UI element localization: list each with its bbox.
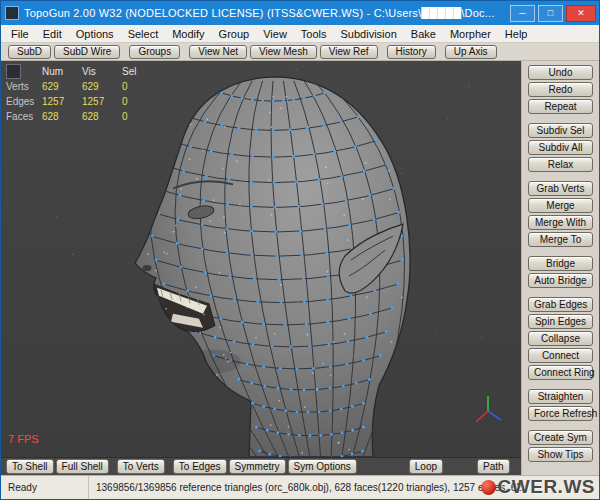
tool-group: Grab EdgesSpin EdgesCollapseConnectConne… (528, 297, 593, 382)
window-title: TopoGun 2.00 W32 (NODELOCKED LICENSE) (I… (24, 7, 507, 19)
toolbar-group: SubDSubD Wire (8, 45, 120, 59)
menu-subdivision[interactable]: Subdivision (334, 28, 404, 40)
bottom-button-sym-options[interactable]: Sym Options (288, 459, 357, 474)
tool-button-collapse[interactable]: Collapse (528, 331, 593, 346)
stat-vis-value: 1257 (82, 96, 122, 107)
tool-button-grab-verts[interactable]: Grab Verts (528, 181, 593, 196)
menu-help[interactable]: Help (498, 28, 535, 40)
viewport-3d[interactable]: NumVisSelVerts6296290Edges125712570Faces… (1, 61, 521, 457)
tool-button-merge-to[interactable]: Merge To (528, 232, 593, 247)
top-toolbar: SubDSubD WireGroupsView NetView MeshView… (1, 43, 599, 61)
menu-modify[interactable]: Modify (165, 28, 211, 40)
close-button[interactable]: ✕ (566, 5, 596, 22)
bottom-button-to-shell[interactable]: To Shell (6, 459, 54, 474)
tool-button-force-refresh[interactable]: Force Refresh (528, 406, 593, 421)
menu-tools[interactable]: Tools (294, 28, 334, 40)
tool-button-grab-edges[interactable]: Grab Edges (528, 297, 593, 312)
toolbar-button-history[interactable]: History (387, 45, 436, 59)
bottom-button-to-verts[interactable]: To Verts (117, 459, 165, 474)
viewport-column: NumVisSelVerts6296290Edges125712570Faces… (1, 61, 521, 475)
cwer-logo-icon (481, 480, 496, 495)
tool-button-connect[interactable]: Connect (528, 348, 593, 363)
tool-button-merge[interactable]: Merge (528, 198, 593, 213)
menu-bake[interactable]: Bake (404, 28, 443, 40)
stats-col-vis: Vis (82, 66, 122, 77)
tool-button-spin-edges[interactable]: Spin Edges (528, 314, 593, 329)
toolbar-button-up-axis[interactable]: Up Axis (445, 45, 497, 59)
toolbar-button-view-ref[interactable]: View Ref (320, 45, 378, 59)
tool-button-subdiv-sel[interactable]: Subdiv Sel (528, 123, 593, 138)
title-bar: TopoGun 2.00 W32 (NODELOCKED LICENSE) (I… (1, 1, 599, 25)
stat-label: Verts (6, 81, 42, 92)
minimize-button[interactable]: ─ (510, 5, 535, 22)
stat-sel-value: 0 (122, 96, 148, 107)
stats-row-faces: Faces6286280 (6, 109, 148, 124)
bottom-toolbar: To ShellFull ShellTo VertsTo EdgesSymmet… (1, 457, 521, 475)
tool-button-auto-bridge[interactable]: Auto Bridge (528, 273, 593, 288)
toolbar-group: View NetView MeshView Ref (189, 45, 377, 59)
toolbar-button-subd[interactable]: SubD (8, 45, 51, 59)
status-ready: Ready (1, 476, 89, 499)
tool-button-create-sym[interactable]: Create Sym (528, 430, 593, 445)
toolbar-group: Up Axis (445, 45, 497, 59)
toolbar-button-groups[interactable]: Groups (129, 45, 180, 59)
bottom-button-symmetry[interactable]: Symmetry (229, 459, 286, 474)
bottom-group: Path (477, 459, 510, 474)
bottom-button-path[interactable]: Path (477, 459, 510, 474)
toolbar-button-subd-wire[interactable]: SubD Wire (54, 45, 120, 59)
fps-counter: 7 FPS (8, 433, 39, 445)
bottom-button-loop[interactable]: Loop (409, 459, 443, 474)
status-bar: Ready 1369856/1369856 reference triangle… (1, 475, 599, 499)
tool-button-relax[interactable]: Relax (528, 157, 593, 172)
toolbar-group: Groups (129, 45, 180, 59)
bottom-button-full-shell[interactable]: Full Shell (56, 459, 109, 474)
watermark-text: CWER.WS (498, 476, 595, 498)
tool-group: Grab VertsMergeMerge WithMerge To (528, 181, 593, 249)
bottom-group: To ShellFull Shell (6, 459, 109, 474)
app-icon (5, 6, 19, 20)
stat-label: Edges (6, 96, 42, 107)
menu-options[interactable]: Options (69, 28, 121, 40)
tool-button-merge-with[interactable]: Merge With (528, 215, 593, 230)
tool-button-subdiv-all[interactable]: Subdiv All (528, 140, 593, 155)
menu-group[interactable]: Group (212, 28, 257, 40)
tools-panel: UndoRedoRepeatSubdiv SelSubdiv AllRelaxG… (521, 61, 599, 475)
menu-select[interactable]: Select (121, 28, 166, 40)
stats-col-sel: Sel (122, 66, 148, 77)
toolbar-button-view-net[interactable]: View Net (189, 45, 247, 59)
stats-panel: NumVisSelVerts6296290Edges125712570Faces… (6, 64, 148, 124)
menu-morpher[interactable]: Morpher (443, 28, 498, 40)
stat-vis-value: 628 (82, 111, 122, 122)
menu-view[interactable]: View (256, 28, 294, 40)
stat-num-value: 1257 (42, 96, 82, 107)
tool-group: BridgeAuto Bridge (528, 256, 593, 290)
bottom-button-to-edges[interactable]: To Edges (173, 459, 227, 474)
stats-row-verts: Verts6296290 (6, 79, 148, 94)
tool-button-straighten[interactable]: Straighten (528, 389, 593, 404)
tool-button-repeat[interactable]: Repeat (528, 99, 593, 114)
main-area: NumVisSelVerts6296290Edges125712570Faces… (1, 61, 599, 475)
menu-edit[interactable]: Edit (36, 28, 69, 40)
tool-button-redo[interactable]: Redo (528, 82, 593, 97)
topogun-window: TopoGun 2.00 W32 (NODELOCKED LICENSE) (I… (0, 0, 600, 500)
watermark: CWER.WS (481, 476, 595, 498)
tool-group: StraightenForce Refresh (528, 389, 593, 423)
tool-button-show-tips[interactable]: Show Tips (528, 447, 593, 462)
stat-sel-value: 0 (122, 81, 148, 92)
stats-row-edges: Edges125712570 (6, 94, 148, 109)
bottom-group: To Verts (117, 459, 165, 474)
tool-button-bridge[interactable]: Bridge (528, 256, 593, 271)
tool-group: UndoRedoRepeat (528, 65, 593, 116)
tool-group: Create SymShow Tips (528, 430, 593, 464)
stats-col-num: Num (42, 66, 82, 77)
tool-button-connect-ring[interactable]: Connect Ring (528, 365, 593, 380)
axis-gizmo-icon (469, 393, 507, 433)
stat-sel-value: 0 (122, 111, 148, 122)
tool-button-undo[interactable]: Undo (528, 65, 593, 80)
toolbar-button-view-mesh[interactable]: View Mesh (250, 45, 317, 59)
menu-file[interactable]: File (4, 28, 36, 40)
stat-num-value: 629 (42, 81, 82, 92)
tool-group: Subdiv SelSubdiv AllRelax (528, 123, 593, 174)
maximize-button[interactable]: □ (538, 5, 563, 22)
toolbar-group: History (387, 45, 436, 59)
